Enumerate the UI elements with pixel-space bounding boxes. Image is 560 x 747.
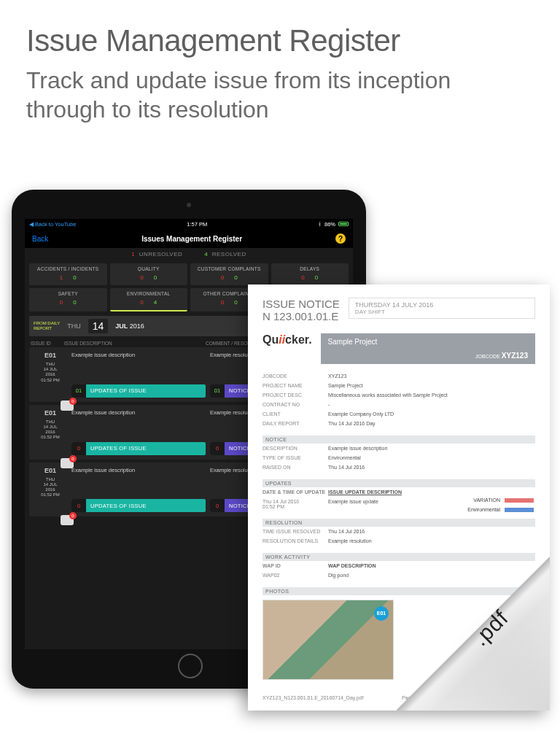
help-button[interactable]: ?: [335, 233, 346, 244]
updates-pill[interactable]: 0UPDATES OF ISSUE: [71, 499, 206, 512]
camera-icon[interactable]: 0: [61, 515, 74, 525]
camera-icon[interactable]: 0: [61, 400, 74, 411]
pdf-kv-row: DAILY REPORTThu 14 Jul 2016 Day: [262, 419, 535, 428]
status-back-to-app[interactable]: ◀ Back to YouTube: [29, 221, 77, 228]
issue-description: Example issue description: [71, 352, 206, 358]
pdf-kv-row: CONTRACT NO-: [262, 400, 535, 409]
brand-logo: Quiicker.: [262, 333, 312, 347]
nav-bar: Back Issues Management Register ?: [25, 229, 353, 248]
pdf-photo: E01: [262, 600, 394, 680]
issue-description: Example issue description: [71, 409, 206, 416]
pdf-kv-row: RAISED ONThu 14 Jul 2016: [262, 462, 535, 472]
unresolved-count[interactable]: 1 UNRESOLVED: [131, 251, 182, 258]
category-accidents-incidents[interactable]: ACCIDENTS / INCIDENTS10: [29, 263, 107, 285]
status-bar: ◀ Back to YouTube 1:57 PM ᚼ 86%: [25, 219, 353, 229]
date-month-year: JUL 2016: [115, 322, 144, 330]
issue-description: Example issue description: [71, 467, 206, 473]
pdf-meta: JOBCODEXYZ123PROJECT NAMESample ProjectP…: [262, 371, 535, 428]
issue-timestamp: THU14 JUL201601:52 PM: [34, 362, 67, 383]
category-environmental[interactable]: ENVIRONMENTAL04: [110, 288, 188, 311]
battery-icon: [338, 222, 349, 226]
camera-icon[interactable]: 0: [61, 458, 74, 468]
pdf-kv-row: TYPE OF ISSUEEnvironmental: [262, 453, 535, 462]
pdf-header: ISSUE NOTICE N 123.001.01.E THURSDAY 14 …: [262, 298, 535, 323]
category-quality[interactable]: QUALITY00: [110, 263, 188, 285]
pdf-kv-row: RESOLUTION DETAILSExample resolution: [262, 536, 535, 546]
col-issue-id: ISSUE ID: [31, 341, 64, 346]
status-right: ᚼ 86%: [318, 221, 349, 228]
pdf-kv-row: DESCRIPTIONExample issue description: [262, 444, 535, 453]
date-dow: THU: [67, 322, 81, 330]
issue-id: E01: [34, 352, 67, 359]
pdf-kv-row: PROJECT NAMESample Project: [262, 381, 535, 390]
pdf-notice: NOTICE DESCRIPTIONExample issue descript…: [262, 436, 535, 472]
pdf-legend: VARIATION Environmental: [467, 498, 534, 516]
battery-percent: 86%: [324, 221, 335, 228]
marketing-headline: Issue Management Register Track and upda…: [0, 0, 560, 130]
pdf-title-1: ISSUE NOTICE: [262, 298, 340, 310]
category-customer-complaints[interactable]: CUSTOMER COMPLAINTS00: [190, 263, 268, 285]
pdf-photos: PHOTOS E01: [262, 587, 535, 680]
col-issue-desc: ISSUE DESCRIPTION: [64, 341, 206, 346]
pdf-page: Page 2 / 2: [402, 695, 425, 700]
pdf-kv-row: JOBCODEXYZ123: [262, 371, 535, 381]
issue-timestamp: THU14 JUL201601:52 PM: [34, 477, 67, 498]
pdf-work: WORK ACTIVITY WAP ID WAP DESCRIPTION WAP…: [262, 553, 535, 580]
pdf-title-2: N 123.001.01.E: [262, 310, 340, 322]
headline-title: Issue Management Register: [26, 23, 534, 58]
project-box: Sample Project JOBCODE XYZ123: [321, 333, 535, 364]
summary-row: 1 UNRESOLVED 4 RESOLVED: [25, 248, 353, 260]
bluetooth-icon: ᚼ: [318, 221, 322, 228]
pdf-filename: XYZ123_N123.001.01.E_20160714_Day.pdf: [262, 695, 363, 700]
pdf-footer: XYZ123_N123.001.01.E_20160714_Day.pdf Pa…: [262, 692, 535, 703]
date-dom[interactable]: 14: [88, 319, 109, 333]
issue-timestamp: THU14 JUL201601:52 PM: [34, 419, 67, 441]
updates-pill[interactable]: 01UPDATES OF ISSUE: [71, 384, 206, 398]
pdf-resolution: RESOLUTION TIME ISSUE RESOLVEDThu 14 Jul…: [262, 519, 535, 546]
headline-subtitle: Track and update issue from its inceptio…: [26, 66, 534, 124]
pdf-tagline: An extra set of eyes overlooking your pr…: [463, 692, 535, 703]
from-daily-report-label: FROM DAILYREPORT: [34, 321, 60, 330]
pdf-date-box: THURSDAY 14 JULY 2016 DAY SHIFT: [349, 298, 535, 319]
pdf-kv-row: CLIENTExample Company Only LTD: [262, 409, 535, 419]
screen-title: Issues Management Register: [141, 235, 242, 243]
pdf-kv-row: WAP02Dig pond: [262, 570, 535, 580]
category-delays[interactable]: DELAYS00: [271, 263, 349, 285]
pdf-preview: ISSUE NOTICE N 123.001.01.E THURSDAY 14 …: [248, 285, 550, 711]
photo-issue-tag: E01: [374, 606, 389, 621]
tablet-camera-dot: [187, 203, 191, 207]
status-time: 1:57 PM: [187, 221, 207, 228]
resolved-count[interactable]: 4 RESOLVED: [204, 251, 246, 258]
updates-pill[interactable]: 0UPDATES OF ISSUE: [71, 442, 206, 455]
category-safety[interactable]: SAFETY00: [29, 288, 107, 311]
back-button[interactable]: Back: [32, 235, 48, 243]
pdf-kv-row: TIME ISSUE RESOLVEDThu 14 Jul 2016: [262, 527, 535, 536]
pdf-kv-row: PROJECT DESCMiscellaneous works associat…: [262, 390, 535, 400]
